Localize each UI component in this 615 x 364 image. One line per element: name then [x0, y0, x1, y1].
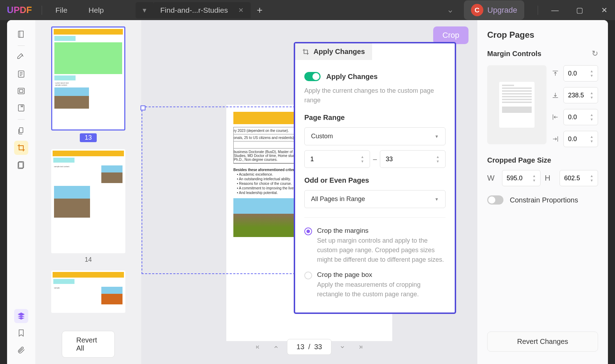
- size-section-label: Cropped Page Size: [487, 156, 598, 164]
- width-input[interactable]: 595.0▲▼: [502, 170, 541, 186]
- radio-unselected[interactable]: [304, 272, 312, 279]
- odd-even-label: Odd or Even Pages: [304, 176, 446, 184]
- left-sidebar: [7, 20, 35, 364]
- radio-desc: Apply the measurements of cropping recta…: [317, 280, 446, 299]
- thumbnail-15[interactable]: sample: [46, 271, 131, 313]
- right-panel: Crop Pages Margin Controls ↻ 0.0▲▼: [477, 20, 608, 364]
- edit-icon[interactable]: [14, 67, 28, 81]
- copy-icon[interactable]: [14, 124, 28, 138]
- book-icon[interactable]: [14, 27, 28, 41]
- thumbnail-panel: Lorem ipsum textsample content 13 sample…: [35, 20, 141, 364]
- attachment-icon[interactable]: [14, 343, 28, 357]
- page-range-select[interactable]: Custom ▼: [304, 127, 446, 145]
- first-page-button[interactable]: [250, 340, 265, 354]
- tab-title: Find-and-...r-Studies: [160, 6, 228, 14]
- form-icon[interactable]: [14, 101, 28, 115]
- crop-box-radio[interactable]: Crop the page box Apply the measurements…: [304, 271, 446, 299]
- odd-even-select[interactable]: All Pages in Range ▼: [304, 190, 446, 208]
- pagination: 13 / 33: [250, 339, 368, 355]
- user-avatar: C: [471, 4, 483, 16]
- divider: [42, 6, 42, 15]
- margin-top-input[interactable]: 0.0▲▼: [563, 65, 598, 81]
- pages-icon[interactable]: [14, 158, 28, 172]
- last-page-button[interactable]: [353, 340, 368, 354]
- chevron-down-icon: ▼: [435, 134, 439, 139]
- app-logo: UPDF: [0, 5, 39, 16]
- chevron-down-icon[interactable]: ⌵: [441, 0, 460, 20]
- page-icon[interactable]: [14, 84, 28, 98]
- content-area: Crop ry 2023 (dependent on the course). …: [141, 20, 477, 364]
- highlighter-icon[interactable]: [14, 50, 28, 64]
- help-menu[interactable]: Help: [78, 6, 114, 14]
- page-range-label: Page Range: [304, 114, 446, 122]
- prev-page-button[interactable]: [269, 340, 283, 354]
- revert-all-button[interactable]: Revert All: [62, 331, 115, 358]
- minimize-button[interactable]: —: [544, 0, 566, 20]
- layers-icon[interactable]: [14, 309, 28, 323]
- crop-icon: [302, 48, 309, 55]
- crop-button[interactable]: Crop: [433, 26, 468, 44]
- apply-tab: Apply Changes: [295, 43, 372, 60]
- height-label: H: [545, 174, 555, 183]
- svg-rect-2: [19, 90, 23, 92]
- apply-changes-panel: Apply Changes Apply Changes Apply the cu…: [294, 42, 456, 314]
- margin-preview: [487, 65, 547, 144]
- range-separator: –: [373, 155, 377, 163]
- divider: [538, 6, 538, 15]
- page-indicator[interactable]: 13 / 33: [287, 339, 332, 355]
- tab-close[interactable]: ✕: [238, 6, 244, 14]
- revert-changes-button[interactable]: Revert Changes: [487, 332, 598, 352]
- range-from-input[interactable]: 1 ▲▼: [304, 150, 370, 168]
- reset-icon[interactable]: ↻: [592, 49, 598, 58]
- radio-desc: Set up margin controls and apply to the …: [317, 236, 446, 265]
- margin-right-icon: [551, 135, 560, 142]
- margin-bottom-input[interactable]: 238.5▲▼: [563, 87, 598, 103]
- thumbnail-13[interactable]: Lorem ipsum textsample content 13: [46, 26, 131, 142]
- margin-top-icon: [551, 70, 560, 77]
- margin-left-icon: [551, 114, 560, 121]
- constrain-toggle[interactable]: [487, 195, 503, 205]
- add-tab[interactable]: +: [251, 5, 268, 16]
- maximize-button[interactable]: ▢: [569, 0, 590, 20]
- upgrade-button[interactable]: C Upgrade: [464, 0, 524, 20]
- separator: [18, 46, 25, 46]
- svg-rect-1: [18, 88, 24, 94]
- crop-margins-radio[interactable]: Crop the margins Set up margin controls …: [304, 227, 446, 265]
- apply-desc: Apply the current changes to the custom …: [304, 86, 446, 105]
- file-menu[interactable]: File: [45, 6, 78, 14]
- thumb-label: 13: [80, 133, 97, 142]
- width-label: W: [487, 174, 498, 183]
- radio-label: Crop the margins: [317, 227, 446, 235]
- close-button[interactable]: ✕: [594, 0, 615, 20]
- next-page-button[interactable]: [335, 340, 350, 354]
- upgrade-label: Upgrade: [488, 6, 517, 15]
- thumbnail-14[interactable]: sample text content 14: [46, 149, 131, 263]
- divider: [304, 217, 446, 218]
- radio-label: Crop the page box: [317, 271, 446, 279]
- document-tab[interactable]: Find-and-...r-Studies ✕: [153, 2, 251, 18]
- crop-icon[interactable]: [14, 141, 28, 155]
- panel-title: Crop Pages: [487, 30, 598, 40]
- apply-toggle-label: Apply Changes: [326, 73, 378, 81]
- bookmark-icon[interactable]: [14, 326, 28, 340]
- margin-section-label: Margin Controls: [487, 50, 541, 58]
- apply-toggle[interactable]: [304, 72, 321, 81]
- radio-selected[interactable]: [304, 228, 312, 235]
- margin-bottom-icon: [551, 92, 560, 99]
- separator: [18, 119, 25, 120]
- chevron-down-icon: ▼: [435, 197, 439, 202]
- height-input[interactable]: 602.5▲▼: [560, 170, 598, 186]
- margin-right-input[interactable]: 0.0▲▼: [563, 131, 598, 147]
- tab-dropdown[interactable]: ▾: [136, 2, 153, 18]
- thumb-label: 14: [85, 256, 92, 263]
- svg-rect-4: [19, 128, 23, 133]
- margin-left-input[interactable]: 0.0▲▼: [563, 109, 598, 125]
- range-to-input[interactable]: 33 ▲▼: [380, 150, 446, 168]
- constrain-label: Constrain Proportions: [510, 196, 578, 204]
